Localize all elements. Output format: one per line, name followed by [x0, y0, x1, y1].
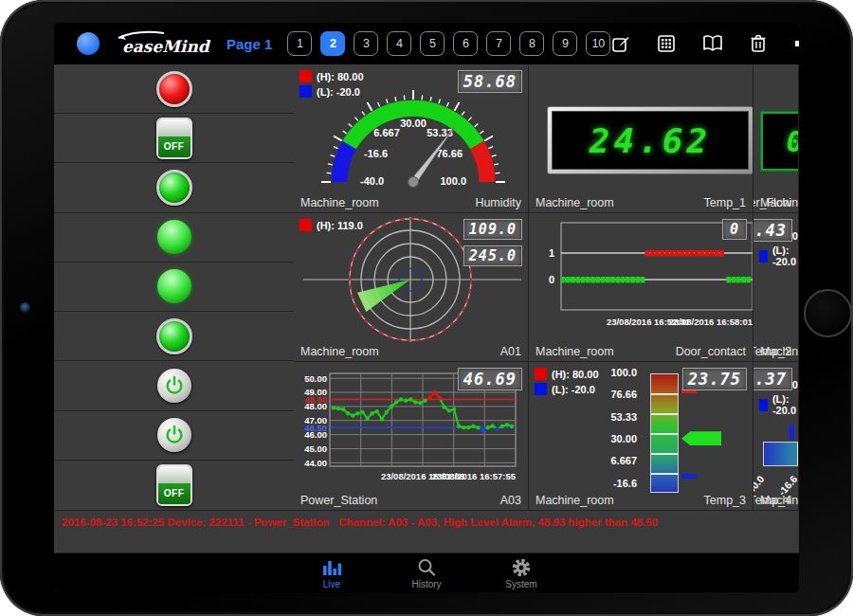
tab-history[interactable]: History [406, 557, 447, 589]
tab-label: History [411, 579, 441, 589]
page-button-1[interactable]: 1 [287, 31, 312, 56]
svg-text:0: 0 [549, 274, 554, 285]
low-limit-swatch [299, 85, 312, 98]
svg-text:30.00: 30.00 [400, 118, 426, 129]
value-pointer [681, 431, 721, 445]
temp1-value-display: 24.62 [590, 121, 711, 160]
pilot-light-green-1 [54, 163, 294, 212]
low-limit-swatch [759, 250, 768, 263]
page-button-8[interactable]: 8 [519, 31, 544, 56]
location-label: Power_Station [300, 494, 377, 507]
page-label: Page 1 [227, 36, 272, 52]
logo-text: easeMind [122, 37, 211, 56]
widget-temp2-gauge: (H): 80.00 (L): -20.0 23.43 -40.0 -16.6 … [753, 213, 799, 362]
low-limit-label: (L): -20.0 [552, 384, 595, 395]
trash-icon[interactable] [749, 33, 768, 54]
power-icon [164, 375, 185, 396]
svg-text:76.66: 76.66 [436, 148, 463, 159]
widget-humidity-gauge: (H): 80.00 (L): -20.0 58.68 -40.0 -16.6 … [294, 64, 529, 213]
widget-temp1-lcd: 24.62 Machine_room Temp_1 [529, 64, 753, 213]
widget-doorcontact-chart: 0 1 0 23/08/2016 16:52:31 23/08/2016 16:… [529, 213, 753, 362]
power-button-2[interactable] [54, 411, 294, 461]
a03-value-display: 46.69 [458, 368, 522, 390]
location-label: Machine_room [535, 196, 614, 209]
mute-speaker-icon[interactable] [792, 33, 799, 54]
page-button-6[interactable]: 6 [453, 31, 478, 56]
history-search-icon [415, 557, 438, 578]
rocker-switch-2[interactable]: OFF [54, 461, 294, 510]
temp2-value-display: 23.43 [753, 219, 792, 242]
low-limit-swatch [535, 383, 547, 395]
binary-step-chart: 1 0 23/08/2016 16:52:31 23/08/2016 16:58… [533, 217, 753, 342]
tab-label: System [505, 579, 536, 589]
led-green-1 [54, 213, 294, 263]
high-limit-label: (H): 119.0 [317, 220, 363, 231]
svg-text:6.667: 6.667 [373, 127, 400, 138]
pilot-light-green-2 [54, 312, 294, 361]
widget-waterflow-counter: 00000104 Machine_room Water_Flow [753, 64, 799, 213]
low-limit-tick [789, 425, 794, 440]
humidity-value-display: 58.68 [458, 70, 522, 93]
menu-ball-button[interactable] [77, 32, 100, 55]
svg-text:100.0: 100.0 [440, 175, 466, 187]
power-button-1[interactable] [54, 361, 294, 410]
page-button-7[interactable]: 7 [486, 31, 511, 56]
rocker-off-label: OFF [158, 483, 191, 504]
high-limit-swatch [535, 368, 547, 380]
channel-label: Door_contact [676, 345, 746, 358]
page-button-2[interactable]: 2 [320, 31, 345, 56]
tab-system[interactable]: System [500, 557, 542, 589]
svg-text:23/08/2016 16:57:55: 23/08/2016 16:57:55 [432, 471, 517, 481]
rocker-switch-1[interactable]: OFF [54, 114, 294, 163]
location-label: Machine_room [300, 345, 379, 358]
channel-label: Temp_2 [753, 345, 791, 358]
control-strip: OFF [54, 64, 294, 511]
tab-label: Live [323, 579, 340, 589]
page-button-3[interactable]: 3 [354, 31, 378, 56]
waterflow-value-display: 00000104 [787, 125, 799, 158]
easemind-logo: easeMind [113, 29, 211, 58]
page-button-5[interactable]: 5 [420, 31, 445, 56]
page-button-10[interactable]: 10 [586, 31, 610, 56]
gradient-bar-vertical [650, 373, 679, 493]
channel-label: Water_Flow [753, 196, 791, 209]
svg-text:-40.0: -40.0 [360, 175, 384, 187]
channel-label: A01 [500, 345, 521, 358]
low-limit-tick [681, 474, 697, 479]
top-toolbar: easeMind Page 1 1 2 3 4 5 6 7 8 9 10 [54, 23, 799, 64]
ipad-device: easeMind Page 1 1 2 3 4 5 6 7 8 9 10 [0, 0, 853, 616]
high-limit-swatch [299, 219, 312, 231]
channel-label: Humidity [475, 196, 521, 209]
dashboard-grid: (H): 80.00 (L): -20.0 58.68 -40.0 -16.6 … [54, 64, 799, 511]
home-button[interactable] [804, 289, 852, 337]
page-button-9[interactable]: 9 [553, 31, 577, 56]
svg-text:-16.6: -16.6 [364, 148, 388, 159]
book-icon[interactable] [701, 33, 724, 54]
high-limit-label: (H): 80.00 [317, 71, 364, 82]
led-green-2 [54, 263, 294, 312]
alarm-bar: 2016-08-23 16:52:25 Device: 222111 - Pow… [54, 511, 799, 553]
gradient-bar-horizontal [763, 442, 799, 466]
app-screen: easeMind Page 1 1 2 3 4 5 6 7 8 9 10 [54, 23, 799, 592]
channel-label: A03 [500, 494, 521, 507]
lcd-panel: 24.62 [548, 107, 753, 173]
tab-live[interactable]: Live [311, 557, 353, 589]
high-limit-swatch [299, 70, 312, 82]
rocker-off-label: OFF [158, 136, 191, 157]
svg-text:45.00: 45.00 [304, 444, 327, 454]
low-limit-label: (L): -20.0 [772, 393, 799, 416]
low-limit-label: (L): -20.0 [317, 86, 360, 98]
high-limit-label: (H): 80.00 [552, 369, 599, 380]
svg-text:53.33: 53.33 [426, 127, 453, 138]
grid-keypad-icon[interactable] [656, 33, 677, 54]
a01-value-display-2: 245.0 [463, 245, 522, 266]
edit-icon[interactable] [610, 33, 631, 54]
pilot-light-red [54, 64, 294, 114]
svg-text:48.00: 48.00 [304, 401, 327, 411]
live-bars-icon [320, 557, 343, 578]
page-button-4[interactable]: 4 [387, 31, 411, 56]
channel-label: Temp_4 [753, 494, 791, 507]
widget-temp4-hbar: (H): 80.00 (L): -20.0 23.37 -40.0 -16.6 [753, 362, 799, 511]
alarm-message: 2016-08-23 16:52:25 Device: 222111 - Pow… [62, 516, 658, 528]
location-label: Machine_room [535, 345, 614, 358]
